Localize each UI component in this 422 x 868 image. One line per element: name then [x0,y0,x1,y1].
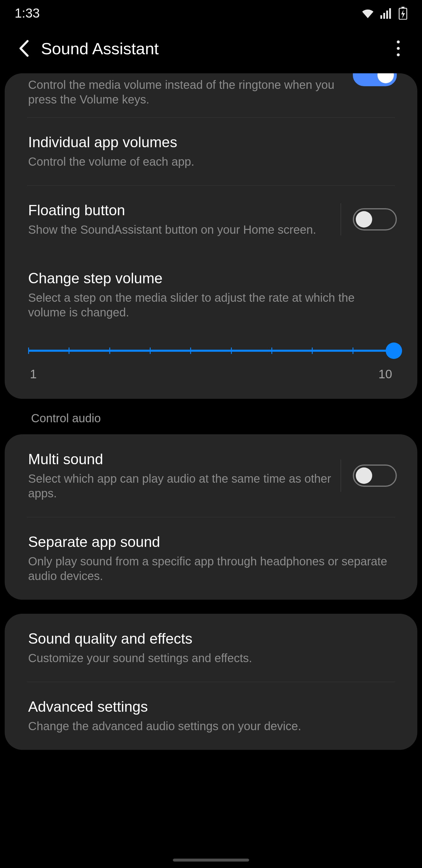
sound-quality-title: Sound quality and effects [28,630,388,647]
separate-app-sound-sub: Only play sound from a specific app thro… [28,554,388,583]
separate-app-sound-title: Separate app sound [28,533,388,550]
advanced-settings-row[interactable]: Advanced settings Change the advanced au… [5,682,417,750]
overflow-menu-button[interactable] [388,38,409,59]
advanced-settings-sub: Change the advanced audio settings on yo… [28,719,388,734]
media-volume-keys-row[interactable]: Control the media volume instead of the … [5,73,417,117]
multi-sound-row[interactable]: Multi sound Select which app can play au… [5,434,417,517]
toggle-divider [340,460,341,492]
floating-button-toggle[interactable] [353,208,397,230]
step-volume-sub: Select a step on the media slider to adj… [28,290,394,320]
separate-app-sound-row[interactable]: Separate app sound Only play sound from … [5,517,417,600]
individual-app-volumes-title: Individual app volumes [28,134,388,151]
multi-sound-toggle[interactable] [353,465,397,487]
step-volume-row: Change step volume Select a step on the … [5,253,417,399]
page-title: Sound Assistant [41,39,388,58]
status-icons [361,7,407,20]
multi-sound-sub: Select which app can play audio at the s… [28,471,332,501]
svg-rect-0 [380,15,382,19]
slider-max-label: 10 [378,367,392,381]
sound-quality-row[interactable]: Sound quality and effects Customize your… [5,614,417,682]
floating-button-title: Floating button [28,202,332,219]
step-volume-slider[interactable] [28,345,394,356]
individual-app-volumes-sub: Control the volume of each app. [28,154,388,169]
step-volume-title: Change step volume [28,270,394,287]
sound-quality-sub: Customize your sound settings and effect… [28,651,388,665]
floating-button-sub: Show the SoundAssistant button on your H… [28,222,332,237]
control-audio-header: Control audio [5,412,417,434]
more-settings-card: Sound quality and effects Customize your… [5,614,417,750]
media-volume-keys-sub: Control the media volume instead of the … [28,78,344,107]
control-audio-card: Multi sound Select which app can play au… [5,434,417,600]
slider-thumb[interactable] [386,342,402,359]
chevron-left-icon [18,39,30,58]
svg-marker-6 [401,10,405,19]
individual-app-volumes-row[interactable]: Individual app volumes Control the volum… [5,117,417,185]
app-bar: Sound Assistant [0,26,422,70]
svg-rect-2 [386,10,388,19]
status-time: 1:33 [15,6,40,21]
back-button[interactable] [13,38,34,59]
svg-rect-1 [383,13,385,19]
wifi-icon [361,8,375,19]
settings-card: Control the media volume instead of the … [5,73,417,399]
multi-sound-title: Multi sound [28,451,332,468]
media-volume-keys-toggle[interactable] [353,73,397,86]
slider-min-label: 1 [30,367,37,381]
battery-charging-icon [398,7,407,20]
toggle-divider [340,203,341,236]
signal-icon [380,8,393,19]
home-indicator[interactable] [173,859,249,862]
svg-rect-3 [389,8,391,19]
status-bar: 1:33 [0,0,422,26]
advanced-settings-title: Advanced settings [28,698,388,715]
floating-button-row[interactable]: Floating button Show the SoundAssistant … [5,185,417,253]
